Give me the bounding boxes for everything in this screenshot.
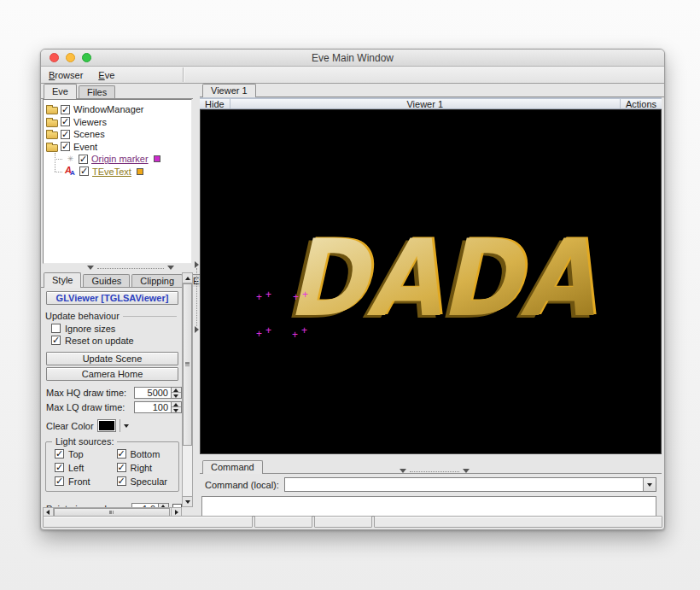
editor-tab-bar: Style Guides Clipping Extras [41,272,182,288]
light-bottom-row[interactable]: Bottom [117,448,179,459]
update-scene-button[interactable]: Update Scene [46,352,178,365]
actions-button[interactable]: Actions [620,99,662,108]
max-lq-label: Max LQ draw time: [46,402,134,412]
tab-style[interactable]: Style [44,272,81,288]
menubar-divider [183,67,184,82]
light-specular-checkbox[interactable] [117,476,126,486]
status-segment [254,516,312,528]
scene-marker: + [256,292,262,302]
combo-dropdown-icon[interactable] [643,478,656,491]
command-combobox[interactable] [284,477,656,492]
gl-canvas[interactable]: DADA DADA DADA ++++++++ [200,109,662,454]
folder-open-icon [46,144,58,152]
tree-item-label[interactable]: Viewers [73,117,108,127]
ignore-sizes-row[interactable]: Ignore sizes [43,323,182,334]
tree-checkbox[interactable] [61,117,70,126]
max-hq-field[interactable]: 5000 [134,387,172,399]
eve-list-tree[interactable]: WindowManager Viewers Scenes Event [43,99,192,264]
command-panel: Command (local): [200,474,662,517]
menu-browser[interactable]: Browser [41,67,90,83]
status-bar [43,516,662,528]
tree-checkbox[interactable] [79,155,88,164]
light-specular-row[interactable]: Specular [117,476,179,487]
light-top-checkbox[interactable] [55,449,64,459]
tree-item-label[interactable]: Origin marker [90,154,149,164]
command-output[interactable] [201,496,656,517]
title-bar[interactable]: Eve Main Window [41,50,664,67]
max-lq-field[interactable]: 100 [134,401,172,413]
tree-item-label[interactable]: Event [73,142,98,152]
ignore-sizes-checkbox[interactable] [51,324,61,333]
light-front-checkbox[interactable] [55,476,64,486]
style-vertical-scrollbar[interactable] [182,272,193,507]
clear-color-swatch[interactable] [97,419,116,432]
window-title: Eve Main Window [41,52,664,64]
light-left-row[interactable]: Left [55,462,117,473]
scene-marker: + [265,289,271,300]
viewer-panel: Viewer 1 Hide Viewer 1 Actions [200,84,664,517]
tree-checkbox[interactable] [61,105,70,114]
tab-clipping[interactable]: Clipping [131,274,183,287]
glviewer-button[interactable]: GLViewer [TGLSAViewer] [46,291,178,305]
scroll-down-icon[interactable] [183,496,192,506]
light-bottom-checkbox[interactable] [117,449,126,459]
light-right-row[interactable]: Right [117,462,179,473]
tree-item-origin-marker[interactable]: ✳ Origin marker [46,153,190,166]
tree-item-event[interactable]: Event [46,141,190,154]
tree-item-label[interactable]: WindowManager [73,104,145,114]
text-icon: AA [65,166,77,177]
panel-vertical-splitter[interactable] [194,261,200,333]
light-front-row[interactable]: Front [55,476,117,487]
tab-files[interactable]: Files [79,85,115,98]
tab-eve[interactable]: Eve [44,84,77,99]
traffic-lights [41,53,91,62]
color-swatch [154,155,160,162]
tab-viewer-1[interactable]: Viewer 1 [202,84,256,97]
tab-guides[interactable]: Guides [83,274,130,287]
tree-item-label[interactable]: Scenes [73,129,106,139]
checkbox-label: Right [131,463,153,473]
camera-home-button[interactable]: Camera Home [46,367,178,381]
tree-item-viewers[interactable]: Viewers [46,116,190,129]
max-lq-spinner[interactable] [172,401,182,413]
update-behaviour-label: Update behaviour [45,311,182,321]
reset-on-update-row[interactable]: Reset on update [43,335,182,346]
tree-item-label[interactable]: TEveText [91,166,132,177]
max-hq-spinner[interactable] [172,387,182,399]
zoom-button[interactable] [82,53,91,62]
status-segment [374,516,662,528]
tree-branch-line [52,153,62,165]
browser-tab-bar: Eve Files [41,84,193,99]
splitter-chevron-icon [167,266,174,270]
reset-on-update-checkbox[interactable] [51,336,61,345]
close-button[interactable] [50,53,59,62]
clear-color-dropdown-icon[interactable] [120,419,131,432]
light-left-checkbox[interactable] [55,463,64,472]
scrollbar-thumb[interactable] [183,283,192,446]
tree-item-scenes[interactable]: Scenes [46,128,190,141]
command-label: Command (local): [205,480,279,490]
tree-checkbox[interactable] [61,142,70,151]
hide-button[interactable]: Hide [200,99,230,108]
left-horizontal-splitter[interactable] [41,264,193,272]
command-input[interactable] [285,478,643,491]
scene-text-dada: DADA DADA DADA [282,227,606,325]
light-right-checkbox[interactable] [117,463,126,472]
main-content: Eve Files WindowManager Viewers [41,84,664,517]
menu-eve[interactable]: Eve [90,67,122,83]
checkbox-label: Bottom [131,449,160,459]
color-swatch [137,168,143,175]
minimize-button[interactable] [66,53,75,62]
light-sources-title: Light sources: [52,436,117,447]
checkbox-label: Reset on update [65,336,134,346]
status-segment [314,516,372,528]
scene-marker: + [302,289,308,300]
tree-item-tevetext[interactable]: AA TEveText [46,166,190,178]
tree-checkbox[interactable] [79,166,89,176]
tree-item-windowmanager[interactable]: WindowManager [46,103,190,116]
tree-checkbox[interactable] [61,130,70,139]
folder-icon [46,120,58,127]
tab-command[interactable]: Command [202,460,263,474]
scroll-up-icon[interactable] [183,273,192,283]
light-top-row[interactable]: Top [55,448,117,459]
